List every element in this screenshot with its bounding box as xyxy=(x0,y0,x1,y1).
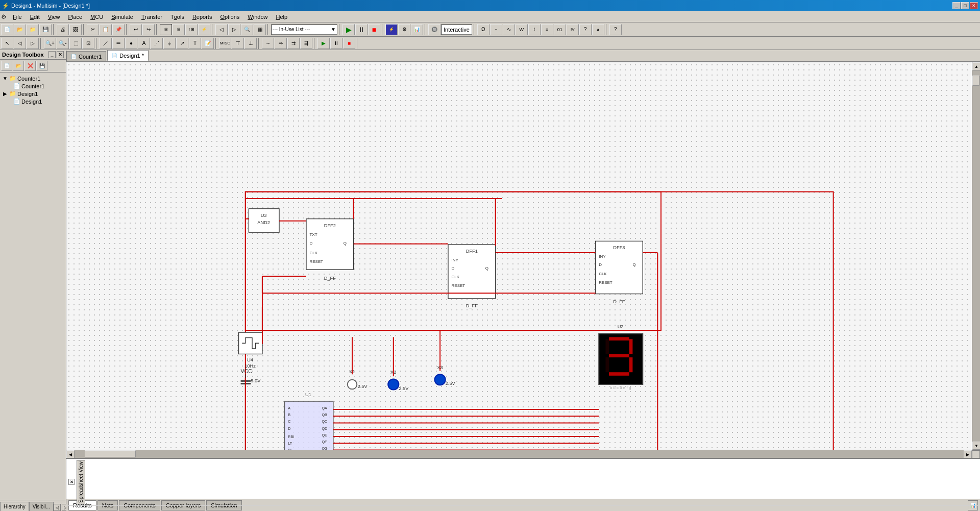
power-tool[interactable]: ⏚ xyxy=(163,38,176,49)
in-use-list-dropdown[interactable]: --- In-Use List --- ▼ xyxy=(271,25,337,35)
forward-annot[interactable]: ▷ xyxy=(228,24,240,35)
oscilloscope[interactable]: ~ xyxy=(490,24,502,35)
tab-visibility[interactable]: Visibil... xyxy=(29,502,54,511)
db-update[interactable]: ↑⊞ xyxy=(185,24,198,35)
select-tool[interactable]: ↖ xyxy=(1,38,13,49)
tab-design1[interactable]: 📄 Design1 * xyxy=(107,50,149,61)
place-input[interactable]: → xyxy=(262,38,274,49)
menu-help[interactable]: Help xyxy=(272,12,291,22)
stop-simulation[interactable]: ■ xyxy=(368,24,380,35)
breadboard[interactable]: ▦ xyxy=(254,24,266,35)
scroll-left-button[interactable]: ◀ xyxy=(66,450,75,458)
toolbox-close[interactable]: ✕ xyxy=(57,51,64,58)
nav-back[interactable]: ◁ xyxy=(14,38,26,49)
menu-mcu[interactable]: MCU xyxy=(86,12,107,22)
print-preview[interactable]: 🖼 xyxy=(69,24,82,35)
grapher[interactable]: ⚡ xyxy=(385,24,398,35)
electrical-rules[interactable]: ⚡ xyxy=(198,24,210,35)
cross-probe[interactable]: 🔍 xyxy=(241,24,253,35)
multimeter[interactable]: Ω xyxy=(477,24,489,35)
wattmeter[interactable]: W xyxy=(516,24,528,35)
start-simulation[interactable]: ▶ xyxy=(342,24,355,35)
bus-vector[interactable]: ⇉ xyxy=(287,38,300,49)
tree-counter1-expand[interactable]: ▼ 📁 Counter1 xyxy=(0,75,66,82)
open-samples[interactable]: 📁 xyxy=(27,24,39,35)
open-design-icon[interactable]: 📂 xyxy=(13,61,24,71)
maximize-button[interactable]: □ xyxy=(961,2,969,9)
nav-fwd[interactable]: ▷ xyxy=(27,38,39,49)
schematic-canvas[interactable]: U3 AND2 DFF2 TXT D Q CLK RESET D_ xyxy=(66,62,972,450)
zoom-area[interactable]: ⬚ xyxy=(69,38,82,49)
print-button[interactable]: 🖨 xyxy=(57,24,69,35)
place-gnd[interactable]: ⊥ xyxy=(244,38,257,49)
save-design-icon[interactable]: 💾 xyxy=(36,61,47,71)
zoom-fit[interactable]: ⊡ xyxy=(82,38,94,49)
vscroll-track[interactable] xyxy=(972,70,980,442)
tree-design1-expand[interactable]: ▶ 📁 Design1 xyxy=(0,90,66,98)
tree-design1-child[interactable]: 📄 Design1 xyxy=(0,98,66,105)
iv-analyzer[interactable]: IV xyxy=(567,24,579,35)
toolbox-minimize[interactable]: _ xyxy=(48,51,56,58)
note-tool[interactable]: 📝 xyxy=(202,38,214,49)
stop-sim2[interactable]: ■ xyxy=(343,38,355,49)
menu-file[interactable]: File xyxy=(9,12,26,22)
component-wizard[interactable]: ⊞ xyxy=(160,24,172,35)
junction[interactable]: ● xyxy=(125,38,137,49)
tab-counter1[interactable]: 📄 Counter1 xyxy=(66,51,106,61)
hscroll-track[interactable] xyxy=(75,450,964,458)
scroll-down-button[interactable]: ▼ xyxy=(972,442,980,450)
open-button[interactable]: 📂 xyxy=(14,24,26,35)
help-btn[interactable]: ? xyxy=(609,24,622,35)
spectrum-analyzer[interactable]: ▲ xyxy=(592,24,604,35)
bode-plotter[interactable]: ⌇ xyxy=(528,24,541,35)
menu-reports[interactable]: Reports xyxy=(188,12,216,22)
menu-edit[interactable]: Edit xyxy=(26,12,44,22)
vscroll-thumb[interactable] xyxy=(972,76,979,86)
cut-button[interactable]: ✂ xyxy=(87,24,99,35)
tree-counter1-child[interactable]: 📄 Counter1 xyxy=(0,82,66,90)
horizontal-scrollbar[interactable]: ◀ ▶ xyxy=(66,450,980,458)
analyses[interactable]: 📊 xyxy=(411,24,423,35)
scroll-up-button[interactable]: ▲ xyxy=(972,62,980,70)
text-tool[interactable]: T xyxy=(189,38,201,49)
interactive-toggle[interactable]: 🔘 xyxy=(428,24,440,35)
paste-button[interactable]: 📌 xyxy=(112,24,125,35)
new-button[interactable]: 📄 xyxy=(1,24,13,35)
close-design-icon[interactable]: ❌ xyxy=(24,61,36,71)
bus-tool[interactable]: ═ xyxy=(112,38,125,49)
function-gen[interactable]: ∿ xyxy=(503,24,515,35)
menu-place[interactable]: Place xyxy=(64,12,87,22)
new-design-icon[interactable]: 📄 xyxy=(1,61,12,71)
menu-window[interactable]: Window xyxy=(243,12,272,22)
menu-options[interactable]: Options xyxy=(216,12,243,22)
dist-analyzer[interactable]: ? xyxy=(579,24,592,35)
copy-button[interactable]: 📋 xyxy=(100,24,112,35)
window-controls[interactable]: _ □ ✕ xyxy=(952,2,978,9)
place-output[interactable]: ⇒ xyxy=(275,38,287,49)
minimize-button[interactable]: _ xyxy=(952,2,961,9)
menu-tools[interactable]: Tools xyxy=(166,12,188,22)
word-gen[interactable]: 01 xyxy=(554,24,566,35)
zoom-in[interactable]: 🔍+ xyxy=(44,38,56,49)
label-tool[interactable]: A xyxy=(138,38,150,49)
place-port[interactable]: ⇶ xyxy=(300,38,312,49)
redo-button[interactable]: ↪ xyxy=(142,24,155,35)
tab-nav-left[interactable]: ◁ xyxy=(54,504,61,511)
message-panel-close[interactable]: ✕ xyxy=(68,479,75,485)
place-vcc[interactable]: ⊤ xyxy=(232,38,244,49)
run-sim2[interactable]: ▶ xyxy=(317,38,330,49)
save-button[interactable]: 💾 xyxy=(39,24,52,35)
pause-simulation[interactable]: ⏸ xyxy=(355,24,368,35)
scroll-right-button[interactable]: ▶ xyxy=(964,450,972,458)
undo-button[interactable]: ↩ xyxy=(130,24,142,35)
close-button[interactable]: ✕ xyxy=(970,2,978,9)
sim-settings[interactable]: ⚙ xyxy=(398,24,410,35)
spreadsheet-view-tab[interactable]: Spreadsheet View xyxy=(77,460,85,504)
logic-analyzer[interactable]: ≡ xyxy=(541,24,553,35)
place-misc[interactable]: MISC xyxy=(219,38,231,49)
toggle-back[interactable]: ◁ xyxy=(215,24,228,35)
tab-hierarchy[interactable]: Hierarchy xyxy=(0,502,29,511)
menu-transfer[interactable]: Transfer xyxy=(137,12,166,22)
zoom-out[interactable]: 🔍- xyxy=(57,38,69,49)
menu-view[interactable]: View xyxy=(44,12,64,22)
